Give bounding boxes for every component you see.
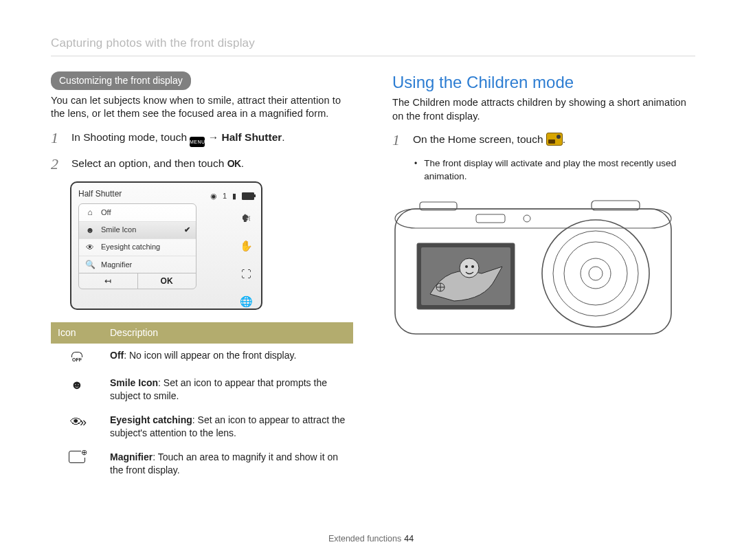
menu-item-eyesight[interactable]: 👁 Eyesight catching	[79, 238, 196, 256]
off-icon: ⌂	[85, 207, 95, 218]
table-row: 👁» Eyesight catching: Set an icon to app…	[51, 408, 353, 445]
menu-item-off[interactable]: ⌂ Off	[79, 204, 196, 221]
camera-menu-screenshot: Half Shutter ◉ 1 ▮ ⌂ Off ☻ Smi	[70, 181, 262, 310]
step-number: 2	[51, 157, 62, 172]
step-1: In Shooting mode, touch MENU → Half Shut…	[71, 131, 354, 147]
menu-icon: MENU	[190, 137, 205, 147]
svg-rect-1	[395, 209, 671, 228]
menu-item-magnifier[interactable]: 🔍 Magnifier	[79, 256, 196, 273]
off-icon: OFF	[69, 352, 85, 363]
step-number: 1	[51, 131, 62, 146]
svg-point-6	[542, 220, 649, 327]
check-icon: ✔	[184, 225, 190, 235]
status-bar: ◉ 1 ▮	[210, 191, 254, 201]
ok-icon: OK	[227, 158, 241, 169]
menu-item-smile[interactable]: ☻ Smile Icon ✔	[79, 221, 196, 238]
magnifier-icon	[69, 451, 85, 463]
battery-icon	[242, 192, 254, 200]
head-icon: 🗣	[241, 212, 251, 225]
step-2: Select an option, and then touch OK.	[71, 157, 354, 171]
sd-icon: ▮	[232, 191, 236, 201]
step-1-right: On the Home screen, touch .	[413, 133, 695, 147]
page-title: Using the Children mode	[392, 71, 695, 93]
table-row: OFF Off: No icon will appear on the fron…	[51, 344, 353, 371]
mode-icon: ◉	[210, 191, 217, 201]
svg-point-5	[524, 215, 530, 222]
svg-point-15	[471, 265, 474, 268]
magnifier-icon: 🔍	[85, 259, 95, 270]
table-row: Magnifier: Touch an area to magnify it a…	[51, 445, 353, 482]
focus-icon: ⛶	[241, 267, 251, 281]
globe-icon: 🌐	[240, 295, 253, 309]
section-tag: Customizing the front display	[51, 71, 191, 90]
camera-illustration	[392, 198, 674, 337]
menu-title: Half Shutter	[78, 188, 122, 199]
table-header-desc: Description	[103, 322, 353, 344]
children-mode-icon	[546, 133, 563, 146]
left-intro: You can let subjects know when to smile,…	[51, 94, 354, 121]
svg-point-13	[460, 258, 479, 278]
svg-point-7	[553, 231, 638, 316]
table-header-icon: Icon	[51, 322, 103, 344]
hand-icon: ✋	[240, 239, 253, 253]
table-row: ☻ Smile Icon: Set an icon to appear that…	[51, 371, 353, 408]
right-intro: The Children mode attracts children by s…	[392, 96, 695, 123]
smile-icon: ☻	[51, 371, 103, 408]
ok-button[interactable]: OK	[137, 273, 196, 289]
breadcrumb: Capturing photos with the front display	[51, 36, 695, 56]
icon-description-table: Icon Description OFF Off: No icon will a…	[51, 322, 353, 482]
step-1-bullet: • The front display will activate and pl…	[414, 157, 695, 182]
eye-icon: 👁	[85, 242, 95, 253]
counter: 1	[223, 191, 227, 201]
smile-icon: ☻	[85, 225, 95, 236]
svg-point-14	[465, 265, 468, 268]
svg-rect-4	[476, 214, 505, 223]
step-number: 1	[392, 133, 403, 148]
svg-point-8	[564, 242, 627, 305]
back-button[interactable]: ↤	[79, 273, 137, 289]
menu-list: ⌂ Off ☻ Smile Icon ✔ 👁 Eyesight catching…	[78, 203, 196, 289]
svg-point-9	[581, 258, 611, 289]
eye-icon: 👁»	[70, 415, 84, 429]
svg-point-10	[589, 267, 603, 280]
footer: Extended functions44	[0, 533, 742, 545]
